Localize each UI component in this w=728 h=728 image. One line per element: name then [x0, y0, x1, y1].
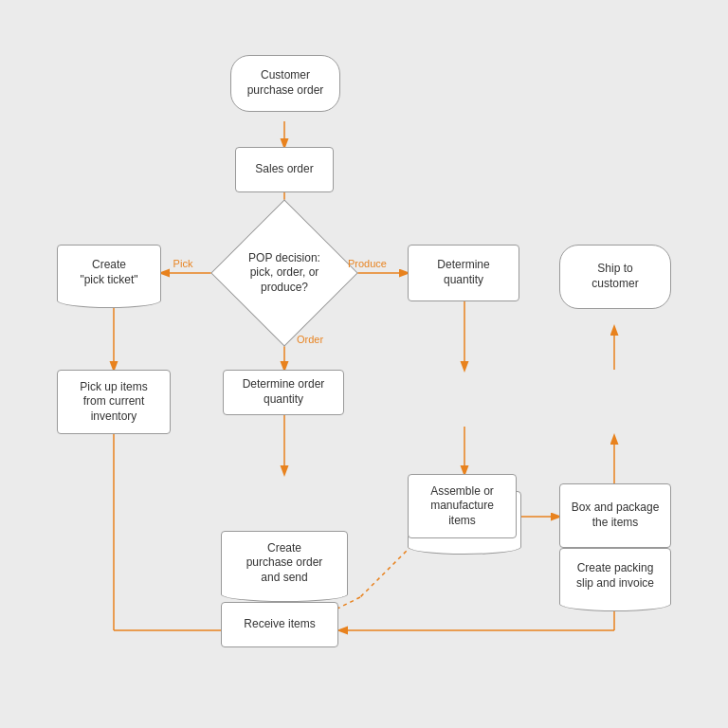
create-po-send-label: Createpurchase orderand send [246, 541, 323, 586]
determine-qty-node: Determinequantity [408, 245, 519, 301]
determine-order-qty-node: Determine orderquantity [223, 370, 344, 415]
flowchart-diagram: Customerpurchase order Sales order POP d… [0, 0, 728, 728]
assemble-items-label: Assemble ormanufactureitems [430, 484, 494, 529]
pick-label: Pick [164, 254, 202, 273]
sales-order-node: Sales order [235, 147, 334, 192]
pick-up-items-node: Pick up itemsfrom currentinventory [57, 370, 171, 434]
customer-po-node: Customerpurchase order [230, 55, 340, 112]
receive-items-label: Receive items [244, 617, 315, 632]
create-pick-ticket-node: Create"pick ticket" [57, 245, 161, 301]
ship-to-customer-label: Ship tocustomer [592, 262, 638, 291]
customer-po-label: Customerpurchase order [247, 68, 324, 98]
box-package-node: Box and packagethe items [559, 483, 671, 548]
create-po-send-node: Createpurchase orderand send [221, 531, 348, 595]
order-label: Order [291, 330, 329, 349]
create-pick-ticket-label: Create"pick ticket" [80, 258, 137, 287]
box-package-label: Box and packagethe items [572, 500, 660, 530]
pop-decision-label: POP decision:pick, order, orproduce? [242, 251, 327, 296]
create-packing-slip-label: Create packingslip and invoice [576, 561, 654, 591]
assemble-items-node: Assemble ormanufactureitems [408, 474, 517, 538]
determine-order-qty-label: Determine orderquantity [243, 377, 325, 407]
create-packing-slip-node: Create packingslip and invoice [559, 548, 671, 605]
pick-up-items-label: Pick up itemsfrom currentinventory [80, 380, 147, 425]
pop-decision-node: POP decision:pick, order, orproduce? [180, 221, 389, 325]
ship-to-customer-node: Ship tocustomer [559, 245, 671, 309]
sales-order-label: Sales order [255, 162, 313, 177]
produce-label: Produce [341, 254, 393, 273]
determine-qty-label: Determinequantity [437, 258, 489, 287]
receive-items-node: Receive items [221, 602, 338, 647]
